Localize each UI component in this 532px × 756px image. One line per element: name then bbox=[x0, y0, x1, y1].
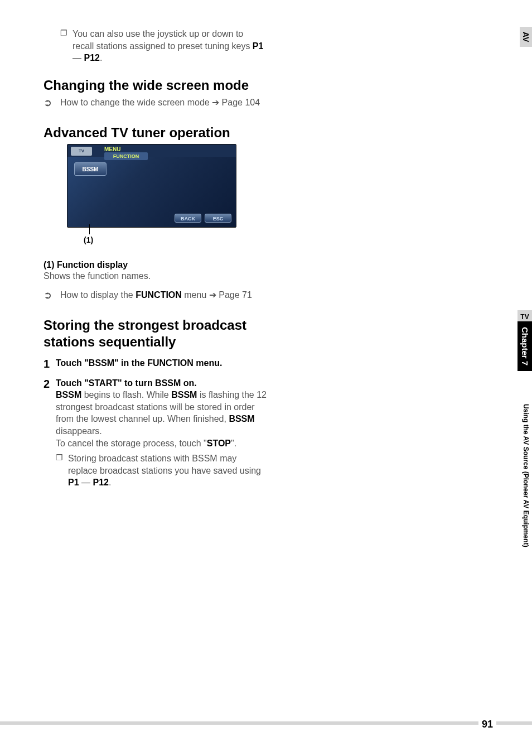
callout: (1) bbox=[67, 228, 267, 243]
bssm-button: BSSM bbox=[74, 162, 107, 176]
side-tab-chapter: Chapter 7 bbox=[518, 321, 532, 371]
function-menu-ref: ➲ How to display the FUNCTION menu ➔ Pag… bbox=[43, 289, 267, 302]
function-menu-screenshot: TV MENU FUNCTION BSSM BACK ESC bbox=[67, 144, 236, 228]
t1b: begins to flash. While bbox=[81, 390, 171, 399]
function-tab: FUNCTION bbox=[104, 152, 148, 160]
t2a: To cancel the storage process, touch " bbox=[56, 439, 207, 448]
note-text-pre: You can also use the joystick up or down… bbox=[72, 29, 253, 51]
t1f: disappears. bbox=[56, 426, 102, 436]
ref-text: How to change the wide screen mode ➔ Pag… bbox=[60, 97, 267, 109]
step-2: 2 Touch "START" to turn BSSM on. BSSM be… bbox=[43, 377, 267, 489]
square-bullet-icon: ❐ bbox=[56, 452, 68, 489]
step-number: 2 bbox=[43, 377, 56, 489]
screenshot-menubar bbox=[67, 145, 236, 157]
note-end: . bbox=[100, 53, 102, 62]
bssm-2: BSSM bbox=[171, 390, 197, 399]
stop-bold: STOP bbox=[207, 439, 231, 448]
step-lead: Touch "START" to turn BSSM on. bbox=[56, 377, 267, 389]
ref-post: menu ➔ Page 71 bbox=[182, 290, 252, 300]
ref-icon: ➲ bbox=[43, 289, 60, 302]
callout-tick bbox=[89, 224, 90, 234]
step-1: 1 Touch "BSSM" in the FUNCTION menu. bbox=[43, 357, 267, 370]
preset-p1: P1 bbox=[253, 41, 264, 51]
heading-storing: Storing the strongest broadcast stations… bbox=[43, 317, 267, 350]
steps-list: 1 Touch "BSSM" in the FUNCTION menu. 2 T… bbox=[43, 357, 267, 489]
step-para-1: BSSM begins to flash. While BSSM is flas… bbox=[56, 389, 267, 437]
note-text: You can also use the joystick up or down… bbox=[72, 28, 267, 64]
wide-screen-ref: ➲ How to change the wide screen mode ➔ P… bbox=[43, 97, 267, 109]
page-number: 91 bbox=[478, 719, 496, 730]
side-tab-detail: Using the AV Source (Pioneer AV Equipmen… bbox=[522, 404, 530, 547]
step-body: Touch "START" to turn BSSM on. BSSM begi… bbox=[56, 377, 267, 489]
t2c: ". bbox=[231, 439, 236, 448]
subnote-text: Storing broadcast stations with BSSM may… bbox=[68, 452, 267, 489]
side-tab-av: AV bbox=[520, 27, 532, 47]
sn-end: . bbox=[109, 478, 111, 487]
step-lead: Touch "BSSM" in the FUNCTION menu. bbox=[56, 358, 222, 368]
lead-bold: FUNCTION bbox=[147, 358, 194, 368]
back-button: BACK bbox=[175, 214, 201, 223]
ref-pre: How to display the bbox=[60, 290, 136, 300]
ref-text: How to display the FUNCTION menu ➔ Page … bbox=[60, 289, 267, 302]
joystick-note: ❐ You can also use the joystick up or do… bbox=[60, 28, 267, 64]
sn-p1: P1 bbox=[68, 478, 79, 487]
step-number: 1 bbox=[43, 357, 56, 370]
ref-bold: FUNCTION bbox=[136, 290, 182, 300]
bssm-1: BSSM bbox=[56, 390, 81, 399]
menu-label: MENU bbox=[104, 146, 120, 152]
document-page: ❐ You can also use the joystick up or do… bbox=[0, 0, 532, 756]
preset-p12: P12 bbox=[84, 53, 99, 62]
bssm-3: BSSM bbox=[229, 414, 254, 423]
step-body: Touch "BSSM" in the FUNCTION menu. bbox=[56, 357, 267, 370]
lead-pre: Touch "BSSM" in the bbox=[56, 358, 147, 368]
footer-stripe bbox=[0, 721, 532, 725]
lead-post: menu. bbox=[194, 358, 223, 368]
sn-sep: — bbox=[79, 478, 93, 487]
tv-source-icon: TV bbox=[71, 147, 92, 156]
step-subnote: ❐ Storing broadcast stations with BSSM m… bbox=[56, 452, 267, 489]
callout-label: (1) bbox=[84, 235, 93, 244]
sn-p12: P12 bbox=[93, 478, 108, 487]
main-column: ❐ You can also use the joystick up or do… bbox=[43, 28, 267, 495]
function-display-body: Shows the function names. bbox=[43, 271, 267, 281]
preset-sep: — bbox=[72, 53, 84, 62]
step-para-2: To cancel the storage process, touch "ST… bbox=[56, 437, 267, 450]
square-bullet-icon: ❐ bbox=[60, 28, 72, 64]
ref-icon: ➲ bbox=[43, 97, 60, 109]
sn-pre: Storing broadcast stations with BSSM may… bbox=[68, 454, 261, 475]
heading-advanced-tv: Advanced TV tuner operation bbox=[43, 125, 267, 141]
esc-button: ESC bbox=[205, 214, 231, 223]
function-display-head: (1) Function display bbox=[43, 260, 267, 270]
heading-wide-screen: Changing the wide screen mode bbox=[43, 78, 267, 93]
